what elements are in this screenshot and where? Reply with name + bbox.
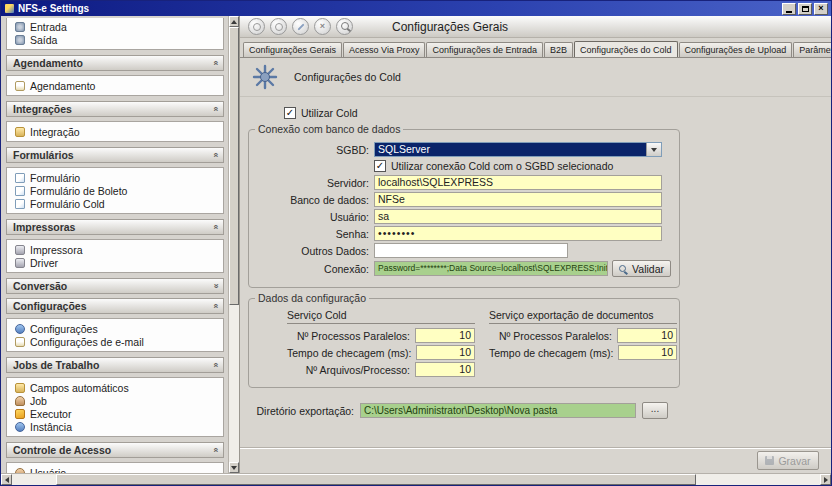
- sidebar-item-label: Integração: [30, 126, 80, 138]
- sidebar-group-formularios: FormulárioFormulário de BoletoFormulário…: [6, 167, 224, 214]
- sidebar-item-entrada[interactable]: Entrada: [10, 20, 220, 33]
- export-dir-field[interactable]: C:\Users\Administrator\Desktop\Nova past…: [360, 403, 636, 418]
- tab-configuracoes-de-entrada[interactable]: Configurações de Entrada: [426, 42, 543, 57]
- sidebar-item-configuracoes-de-e-mail[interactable]: Configurações de e-mail: [10, 335, 220, 348]
- circular-arrow-icon: [275, 23, 283, 31]
- gravar-button[interactable]: Gravar: [757, 451, 819, 470]
- conexao-row: Conexão: Password=********;Data Source=l…: [257, 260, 671, 277]
- sidebar-item-formulario[interactable]: Formulário: [10, 171, 220, 184]
- sidebar-item-driver[interactable]: Driver: [10, 256, 220, 269]
- browse-button[interactable]: ...: [642, 402, 668, 419]
- search-icon: [341, 22, 349, 30]
- sidebar-item-agendamento[interactable]: Agendamento: [10, 79, 220, 92]
- sgbd-select[interactable]: SQLServer: [374, 142, 662, 157]
- utilizar-cold-checkbox[interactable]: ✓ Utilizar Cold: [284, 107, 831, 119]
- field-label: Outros Dados:: [257, 245, 369, 257]
- tab-acesso-via-proxy[interactable]: Acesso Via Proxy: [343, 42, 425, 57]
- tab-b2b[interactable]: B2B: [544, 42, 573, 57]
- sidebar-item-saida[interactable]: Saída: [10, 33, 220, 46]
- email-settings-icon: [15, 337, 25, 347]
- sidebar-header-conversao[interactable]: Conversão«: [6, 278, 224, 294]
- scroll-right-button[interactable]: [820, 474, 831, 485]
- use-cold-checkbox[interactable]: ✓ Utilizar conexão Cold com o SGBD selec…: [374, 160, 671, 172]
- n-processos-paralelos-input[interactable]: 10: [617, 328, 677, 343]
- close-button[interactable]: ×: [814, 3, 828, 15]
- hscroll-track[interactable]: [12, 474, 56, 485]
- check-icon: ✓: [376, 161, 384, 171]
- maximize-button[interactable]: [798, 3, 812, 15]
- checkbox-label: Utilizar Cold: [301, 107, 358, 119]
- arrow-left-icon: [5, 477, 9, 483]
- tab-configuracoes-do-cold[interactable]: Configurações do Cold: [574, 41, 678, 58]
- conexao-field[interactable]: Password=********;Data Source=localhost\…: [374, 261, 608, 276]
- instance-icon: [15, 422, 25, 432]
- sidebar-header-impressoras[interactable]: Impressoras«: [6, 219, 224, 235]
- nav-forward-icon[interactable]: [270, 18, 287, 35]
- sidebar-item-label: Formulário Cold: [30, 198, 105, 210]
- title-bar[interactable]: NFS-e Settings ×: [1, 1, 831, 16]
- n-processos-paralelos-input[interactable]: 10: [415, 328, 475, 343]
- scroll-down-button[interactable]: [229, 462, 239, 473]
- edit-button[interactable]: [292, 18, 309, 35]
- sidebar-group-jobs-de-trabalho: Campos automáticosJobExecutorInstância: [6, 377, 224, 437]
- sidebar-header-jobs-de-trabalho[interactable]: Jobs de Trabalho«: [6, 357, 224, 373]
- sidebar-item-impressora[interactable]: Impressora: [10, 243, 220, 256]
- dropdown-button[interactable]: [646, 143, 661, 156]
- field-row: Tempo de checagem (ms):10: [287, 345, 475, 360]
- sidebar-item-instancia[interactable]: Instância: [10, 420, 220, 433]
- validar-button[interactable]: Validar: [612, 260, 671, 277]
- sidebar-item-formulario-cold[interactable]: Formulário Cold: [10, 197, 220, 210]
- config-columns: Serviço Cold Nº Processos Paralelos:10Te…: [287, 309, 671, 379]
- servidor-input[interactable]: localhost\SQLEXPRESS: [374, 175, 662, 190]
- minimize-icon: [786, 11, 792, 13]
- checkbox-box[interactable]: ✓: [284, 107, 296, 119]
- chevron-up-icon: «: [209, 152, 221, 157]
- sidebar-header-agendamento[interactable]: Agendamento«: [6, 55, 224, 71]
- field-label: Senha:: [257, 228, 369, 240]
- chevron-up-icon: «: [209, 303, 221, 308]
- n-arquivos-processo-input[interactable]: 10: [415, 362, 475, 377]
- sidebar-item-configuracoes[interactable]: Configurações: [10, 322, 220, 335]
- col2-fields: Nº Processos Paralelos:10Tempo de checag…: [489, 328, 677, 360]
- tempo-de-checagem-ms-input[interactable]: 10: [618, 345, 677, 360]
- sidebar-scrollbar[interactable]: [228, 16, 239, 473]
- chevron-up-icon: «: [209, 447, 221, 452]
- tempo-de-checagem-ms-input[interactable]: 10: [416, 345, 475, 360]
- sidebar-header-configuracoes[interactable]: Configurações«: [6, 298, 224, 314]
- sidebar-item-label: Agendamento: [30, 80, 95, 92]
- hscroll-thumb[interactable]: [56, 474, 696, 485]
- scroll-left-button[interactable]: [1, 474, 12, 485]
- vscroll-track[interactable]: [229, 305, 239, 462]
- checkbox-box[interactable]: ✓: [374, 160, 386, 172]
- sidebar-item-executor[interactable]: Executor: [10, 407, 220, 420]
- sidebar-header-integracoes[interactable]: Integrações«: [6, 101, 224, 117]
- usuario-input[interactable]: sa: [374, 209, 662, 224]
- sidebar-header-controle-de-acesso[interactable]: Controle de Acesso«: [6, 442, 224, 458]
- main-panel: × Configurações Gerais Configurações Ger…: [239, 16, 831, 473]
- tab-configuracoes-gerais[interactable]: Configurações Gerais: [243, 42, 342, 57]
- sidebar-header-formularios[interactable]: Formulários«: [6, 147, 224, 163]
- senha-input[interactable]: ••••••••: [374, 226, 662, 241]
- minimize-button[interactable]: [782, 3, 796, 15]
- cancel-button[interactable]: ×: [314, 18, 331, 35]
- search-button[interactable]: [336, 18, 353, 35]
- col1-title: Serviço Cold: [287, 309, 475, 324]
- sidebar-group-configuracoes: ConfiguraçõesConfigurações de e-mail: [6, 318, 224, 352]
- scroll-up-button[interactable]: [229, 16, 239, 27]
- tab-configuracoes-de-upload[interactable]: Configurações de Upload: [679, 42, 793, 57]
- vscroll-thumb[interactable]: [229, 27, 239, 305]
- sidebar-item-usuario[interactable]: Usuário: [10, 466, 220, 473]
- horizontal-scrollbar[interactable]: [1, 473, 831, 485]
- outros-dados-input[interactable]: [374, 243, 568, 258]
- hscroll-track[interactable]: [696, 474, 820, 485]
- pencil-icon: [297, 23, 304, 30]
- section-label: Agendamento: [13, 57, 83, 69]
- sidebar-item-formulario-de-boleto[interactable]: Formulário de Boleto: [10, 184, 220, 197]
- sidebar-item-campos-automaticos[interactable]: Campos automáticos: [10, 381, 220, 394]
- tab-parametros-de-conversao[interactable]: Parâmetros de Conversão: [793, 42, 831, 57]
- banco-de-dados-input[interactable]: NFSe: [374, 192, 662, 207]
- sidebar-item-integracao[interactable]: Integração: [10, 125, 220, 138]
- nav-back-icon[interactable]: [248, 18, 265, 35]
- maximize-icon: [802, 6, 809, 12]
- sidebar-item-job[interactable]: Job: [10, 394, 220, 407]
